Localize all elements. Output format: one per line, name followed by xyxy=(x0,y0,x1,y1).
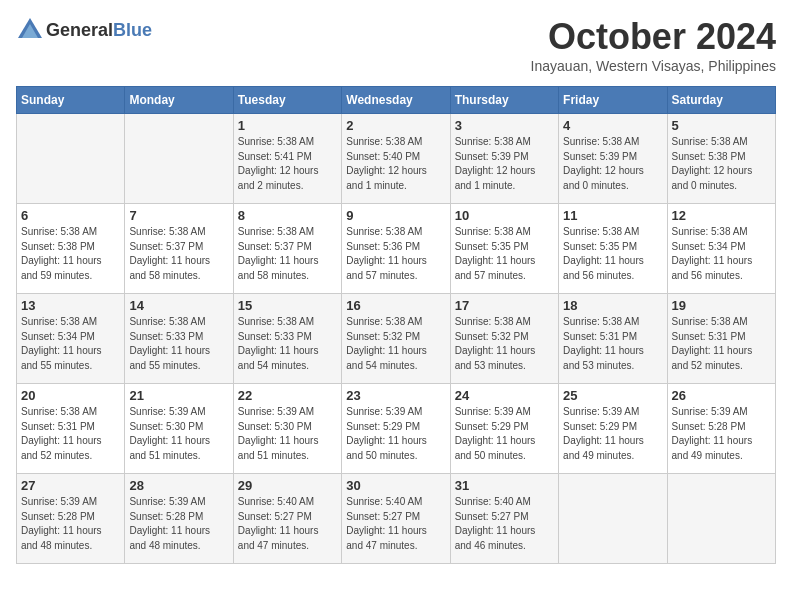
column-header-tuesday: Tuesday xyxy=(233,87,341,114)
day-info: Sunrise: 5:39 AM Sunset: 5:28 PM Dayligh… xyxy=(21,495,120,553)
day-number: 28 xyxy=(129,478,228,493)
day-number: 11 xyxy=(563,208,662,223)
day-number: 25 xyxy=(563,388,662,403)
day-number: 1 xyxy=(238,118,337,133)
column-header-saturday: Saturday xyxy=(667,87,775,114)
calendar-cell: 8Sunrise: 5:38 AM Sunset: 5:37 PM Daylig… xyxy=(233,204,341,294)
calendar-cell: 3Sunrise: 5:38 AM Sunset: 5:39 PM Daylig… xyxy=(450,114,558,204)
calendar-cell: 23Sunrise: 5:39 AM Sunset: 5:29 PM Dayli… xyxy=(342,384,450,474)
calendar-cell: 20Sunrise: 5:38 AM Sunset: 5:31 PM Dayli… xyxy=(17,384,125,474)
day-info: Sunrise: 5:38 AM Sunset: 5:36 PM Dayligh… xyxy=(346,225,445,283)
week-row-4: 20Sunrise: 5:38 AM Sunset: 5:31 PM Dayli… xyxy=(17,384,776,474)
calendar-cell xyxy=(17,114,125,204)
day-info: Sunrise: 5:40 AM Sunset: 5:27 PM Dayligh… xyxy=(238,495,337,553)
day-info: Sunrise: 5:39 AM Sunset: 5:29 PM Dayligh… xyxy=(455,405,554,463)
week-row-2: 6Sunrise: 5:38 AM Sunset: 5:38 PM Daylig… xyxy=(17,204,776,294)
day-info: Sunrise: 5:38 AM Sunset: 5:35 PM Dayligh… xyxy=(563,225,662,283)
day-info: Sunrise: 5:40 AM Sunset: 5:27 PM Dayligh… xyxy=(346,495,445,553)
day-info: Sunrise: 5:38 AM Sunset: 5:38 PM Dayligh… xyxy=(672,135,771,193)
day-number: 8 xyxy=(238,208,337,223)
day-number: 9 xyxy=(346,208,445,223)
day-info: Sunrise: 5:38 AM Sunset: 5:34 PM Dayligh… xyxy=(21,315,120,373)
column-header-thursday: Thursday xyxy=(450,87,558,114)
calendar-cell: 2Sunrise: 5:38 AM Sunset: 5:40 PM Daylig… xyxy=(342,114,450,204)
day-info: Sunrise: 5:39 AM Sunset: 5:28 PM Dayligh… xyxy=(672,405,771,463)
day-number: 15 xyxy=(238,298,337,313)
month-title: October 2024 xyxy=(531,16,776,58)
logo-text-general: General xyxy=(46,20,113,40)
day-info: Sunrise: 5:38 AM Sunset: 5:37 PM Dayligh… xyxy=(238,225,337,283)
calendar-cell: 5Sunrise: 5:38 AM Sunset: 5:38 PM Daylig… xyxy=(667,114,775,204)
day-info: Sunrise: 5:38 AM Sunset: 5:37 PM Dayligh… xyxy=(129,225,228,283)
calendar-cell: 25Sunrise: 5:39 AM Sunset: 5:29 PM Dayli… xyxy=(559,384,667,474)
day-info: Sunrise: 5:38 AM Sunset: 5:38 PM Dayligh… xyxy=(21,225,120,283)
day-number: 29 xyxy=(238,478,337,493)
calendar-cell: 24Sunrise: 5:39 AM Sunset: 5:29 PM Dayli… xyxy=(450,384,558,474)
calendar-cell: 6Sunrise: 5:38 AM Sunset: 5:38 PM Daylig… xyxy=(17,204,125,294)
page-header: GeneralBlue October 2024 Inayauan, Weste… xyxy=(16,16,776,74)
day-number: 3 xyxy=(455,118,554,133)
day-info: Sunrise: 5:38 AM Sunset: 5:32 PM Dayligh… xyxy=(346,315,445,373)
day-number: 27 xyxy=(21,478,120,493)
week-row-3: 13Sunrise: 5:38 AM Sunset: 5:34 PM Dayli… xyxy=(17,294,776,384)
calendar-cell: 14Sunrise: 5:38 AM Sunset: 5:33 PM Dayli… xyxy=(125,294,233,384)
day-number: 30 xyxy=(346,478,445,493)
day-info: Sunrise: 5:38 AM Sunset: 5:33 PM Dayligh… xyxy=(238,315,337,373)
calendar-cell: 11Sunrise: 5:38 AM Sunset: 5:35 PM Dayli… xyxy=(559,204,667,294)
day-info: Sunrise: 5:38 AM Sunset: 5:39 PM Dayligh… xyxy=(563,135,662,193)
calendar-table: SundayMondayTuesdayWednesdayThursdayFrid… xyxy=(16,86,776,564)
day-info: Sunrise: 5:38 AM Sunset: 5:35 PM Dayligh… xyxy=(455,225,554,283)
day-info: Sunrise: 5:38 AM Sunset: 5:32 PM Dayligh… xyxy=(455,315,554,373)
column-header-monday: Monday xyxy=(125,87,233,114)
calendar-cell xyxy=(125,114,233,204)
calendar-cell: 21Sunrise: 5:39 AM Sunset: 5:30 PM Dayli… xyxy=(125,384,233,474)
calendar-cell: 12Sunrise: 5:38 AM Sunset: 5:34 PM Dayli… xyxy=(667,204,775,294)
day-info: Sunrise: 5:38 AM Sunset: 5:31 PM Dayligh… xyxy=(672,315,771,373)
day-number: 12 xyxy=(672,208,771,223)
calendar-cell: 10Sunrise: 5:38 AM Sunset: 5:35 PM Dayli… xyxy=(450,204,558,294)
calendar-cell: 19Sunrise: 5:38 AM Sunset: 5:31 PM Dayli… xyxy=(667,294,775,384)
column-header-wednesday: Wednesday xyxy=(342,87,450,114)
day-number: 5 xyxy=(672,118,771,133)
week-row-1: 1Sunrise: 5:38 AM Sunset: 5:41 PM Daylig… xyxy=(17,114,776,204)
day-info: Sunrise: 5:39 AM Sunset: 5:29 PM Dayligh… xyxy=(563,405,662,463)
calendar-cell: 16Sunrise: 5:38 AM Sunset: 5:32 PM Dayli… xyxy=(342,294,450,384)
logo-text-blue: Blue xyxy=(113,20,152,40)
calendar-cell: 7Sunrise: 5:38 AM Sunset: 5:37 PM Daylig… xyxy=(125,204,233,294)
day-number: 4 xyxy=(563,118,662,133)
day-number: 22 xyxy=(238,388,337,403)
day-number: 24 xyxy=(455,388,554,403)
day-number: 17 xyxy=(455,298,554,313)
day-info: Sunrise: 5:38 AM Sunset: 5:41 PM Dayligh… xyxy=(238,135,337,193)
day-number: 26 xyxy=(672,388,771,403)
day-number: 7 xyxy=(129,208,228,223)
calendar-cell: 27Sunrise: 5:39 AM Sunset: 5:28 PM Dayli… xyxy=(17,474,125,564)
calendar-header-row: SundayMondayTuesdayWednesdayThursdayFrid… xyxy=(17,87,776,114)
day-info: Sunrise: 5:40 AM Sunset: 5:27 PM Dayligh… xyxy=(455,495,554,553)
day-info: Sunrise: 5:38 AM Sunset: 5:40 PM Dayligh… xyxy=(346,135,445,193)
day-info: Sunrise: 5:39 AM Sunset: 5:30 PM Dayligh… xyxy=(129,405,228,463)
column-header-sunday: Sunday xyxy=(17,87,125,114)
day-info: Sunrise: 5:39 AM Sunset: 5:28 PM Dayligh… xyxy=(129,495,228,553)
calendar-cell: 30Sunrise: 5:40 AM Sunset: 5:27 PM Dayli… xyxy=(342,474,450,564)
calendar-cell xyxy=(559,474,667,564)
day-number: 16 xyxy=(346,298,445,313)
day-number: 31 xyxy=(455,478,554,493)
day-number: 20 xyxy=(21,388,120,403)
calendar-cell: 29Sunrise: 5:40 AM Sunset: 5:27 PM Dayli… xyxy=(233,474,341,564)
calendar-cell: 28Sunrise: 5:39 AM Sunset: 5:28 PM Dayli… xyxy=(125,474,233,564)
day-info: Sunrise: 5:38 AM Sunset: 5:31 PM Dayligh… xyxy=(563,315,662,373)
calendar-cell: 4Sunrise: 5:38 AM Sunset: 5:39 PM Daylig… xyxy=(559,114,667,204)
day-info: Sunrise: 5:38 AM Sunset: 5:34 PM Dayligh… xyxy=(672,225,771,283)
day-number: 23 xyxy=(346,388,445,403)
calendar-cell: 9Sunrise: 5:38 AM Sunset: 5:36 PM Daylig… xyxy=(342,204,450,294)
day-number: 19 xyxy=(672,298,771,313)
logo: GeneralBlue xyxy=(16,16,152,44)
column-header-friday: Friday xyxy=(559,87,667,114)
calendar-cell: 13Sunrise: 5:38 AM Sunset: 5:34 PM Dayli… xyxy=(17,294,125,384)
logo-icon xyxy=(16,16,44,44)
calendar-cell: 1Sunrise: 5:38 AM Sunset: 5:41 PM Daylig… xyxy=(233,114,341,204)
day-number: 14 xyxy=(129,298,228,313)
day-number: 2 xyxy=(346,118,445,133)
week-row-5: 27Sunrise: 5:39 AM Sunset: 5:28 PM Dayli… xyxy=(17,474,776,564)
